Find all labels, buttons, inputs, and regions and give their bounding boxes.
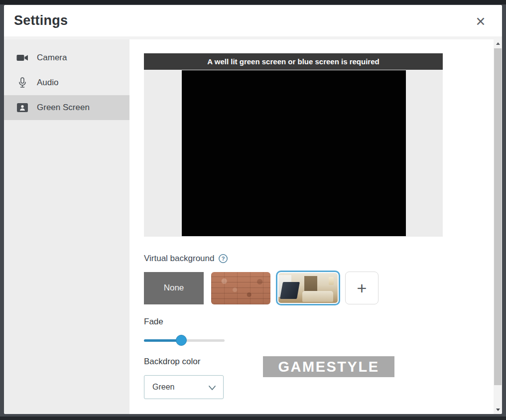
sidebar-item-audio[interactable]: Audio xyxy=(4,70,129,95)
close-button[interactable]: ✕ xyxy=(472,13,489,30)
sidebar-item-green-screen[interactable]: Green Screen xyxy=(4,95,129,120)
arrow-down-icon xyxy=(496,409,500,411)
backdrop-color-select[interactable]: Green xyxy=(144,375,224,399)
svg-text:?: ? xyxy=(222,256,225,262)
scrollbar[interactable] xyxy=(494,39,502,414)
fade-label: Fade xyxy=(144,317,163,327)
question-circle-icon[interactable]: ? xyxy=(218,254,228,264)
green-screen-panel: A well lit green screen or blue screen i… xyxy=(129,39,494,414)
app-frame: Settings ✕ Camera xyxy=(0,0,506,420)
room-lamp-shape xyxy=(329,277,334,285)
backdrop-color-value: Green xyxy=(152,376,174,399)
living-room-thumbnail xyxy=(278,273,338,303)
sidebar-item-label: Audio xyxy=(37,78,58,88)
chevron-down-icon xyxy=(208,384,216,393)
backdrop-color-label: Backdrop color xyxy=(144,357,200,367)
settings-dialog: Settings ✕ Camera xyxy=(4,5,502,414)
arrow-up-icon xyxy=(496,42,500,45)
frame-top-edge xyxy=(0,0,506,4)
video-camera-icon xyxy=(16,54,28,62)
virtual-background-label-row: Virtual background ? xyxy=(144,254,228,264)
sidebar-item-camera[interactable]: Camera xyxy=(4,45,129,70)
dialog-title: Settings xyxy=(14,13,68,28)
frame-bottom-edge xyxy=(0,417,506,420)
virtual-background-label: Virtual background xyxy=(144,254,214,264)
none-option-label: None xyxy=(164,283,184,293)
sidebar: Camera Audio xyxy=(4,39,129,414)
plus-icon: + xyxy=(357,280,367,296)
background-option-brick-wall[interactable] xyxy=(211,272,270,304)
sidebar-item-label: Green Screen xyxy=(37,103,90,113)
sidebar-item-label: Camera xyxy=(37,53,67,63)
info-banner: A well lit green screen or blue screen i… xyxy=(144,53,443,70)
camera-preview-area xyxy=(144,70,443,237)
dialog-body: Camera Audio xyxy=(4,39,502,414)
background-option-none[interactable]: None xyxy=(144,272,204,304)
dialog-header: Settings ✕ xyxy=(4,5,502,36)
camera-video-feed xyxy=(182,70,406,236)
scroll-up-button[interactable] xyxy=(494,39,502,48)
fade-slider[interactable] xyxy=(144,334,225,346)
background-option-living-room[interactable] xyxy=(276,271,340,305)
slider-handle[interactable] xyxy=(176,335,187,346)
portrait-badge-icon xyxy=(16,103,28,112)
scroll-down-button[interactable] xyxy=(494,406,502,414)
room-couch-shape xyxy=(302,291,333,302)
add-background-button[interactable]: + xyxy=(345,272,379,304)
watermark: GAMESTYLE xyxy=(263,356,394,377)
scrollbar-thumb[interactable] xyxy=(494,48,502,385)
room-piano-shape xyxy=(280,282,300,299)
microphone-icon xyxy=(16,77,28,88)
background-options: None + xyxy=(144,271,379,305)
